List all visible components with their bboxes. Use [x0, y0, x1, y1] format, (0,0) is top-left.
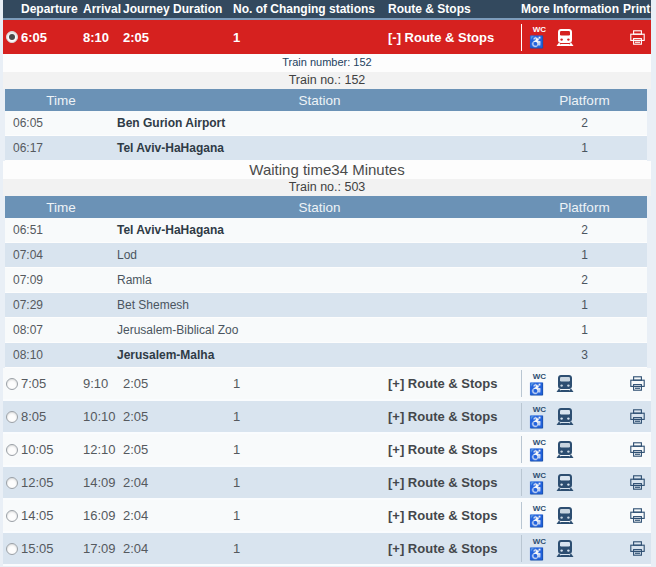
- route-segment: Train no.: 152 Time Station Platform 06:…: [3, 72, 651, 161]
- stop-station: Bet Shemesh: [117, 298, 522, 312]
- train-icon: [556, 440, 574, 459]
- stops-header-time: Time: [5, 200, 117, 215]
- stops-header-station: Station: [117, 200, 522, 215]
- train-icon: [556, 407, 574, 426]
- trip-departure: 10:05: [21, 442, 83, 457]
- stop-platform: 2: [522, 273, 647, 287]
- trip-departure: 12:05: [21, 475, 83, 490]
- stop-platform: 1: [522, 323, 647, 337]
- trip-duration: 2:05: [123, 30, 233, 45]
- accessibility-icon: WC ♿: [529, 373, 546, 395]
- trip-radio[interactable]: [6, 477, 18, 489]
- selected-trip-row[interactable]: 6:05 8:10 2:05 1 [-] Route & Stops WC ♿: [3, 20, 651, 54]
- trip-duration: 2:05: [123, 376, 233, 391]
- accessibility-icon: WC ♿: [529, 505, 546, 527]
- wheelchair-icon: ♿: [529, 383, 544, 395]
- train-icon: [556, 374, 574, 393]
- trip-row[interactable]: 8:05 10:10 2:05 1 [+] Route & Stops WC ♿: [3, 401, 651, 434]
- stop-row: 06:17 Tel Aviv-HaHagana 1: [5, 136, 647, 161]
- route-stops-expand-toggle[interactable]: [+] Route & Stops: [388, 442, 521, 457]
- train-icon: [556, 473, 574, 492]
- accessibility-icon: WC ♿: [529, 472, 546, 494]
- trip-row[interactable]: 12:05 14:09 2:04 1 [+] Route & Stops WC …: [3, 467, 651, 500]
- stop-time: 08:07: [5, 323, 117, 337]
- stops-header-platform: Platform: [522, 200, 647, 215]
- stops-header-station: Station: [117, 93, 522, 108]
- wheelchair-icon: ♿: [529, 416, 544, 428]
- print-icon[interactable]: [630, 30, 645, 45]
- trip-radio[interactable]: [6, 510, 18, 522]
- stop-time: 08:10: [5, 348, 117, 362]
- wheelchair-icon: ♿: [529, 36, 544, 48]
- header-more-information: More Information: [521, 2, 623, 16]
- route-stops-expand-toggle[interactable]: [+] Route & Stops: [388, 376, 521, 391]
- trip-row[interactable]: 14:05 16:09 2:04 1 [+] Route & Stops WC …: [3, 500, 651, 533]
- stop-time: 07:09: [5, 273, 117, 287]
- more-information-cell: WC ♿: [521, 469, 623, 496]
- trip-departure: 15:05: [21, 541, 83, 556]
- train-icon: [556, 506, 574, 525]
- print-icon[interactable]: [630, 541, 645, 556]
- trip-duration: 2:05: [123, 442, 233, 457]
- trip-arrival: 14:09: [83, 475, 123, 490]
- stop-platform: 2: [522, 223, 647, 237]
- route-stops-collapse-toggle[interactable]: [-] Route & Stops: [388, 30, 521, 45]
- more-information-cell: WC ♿: [521, 24, 623, 51]
- print-icon[interactable]: [630, 508, 645, 523]
- more-information-cell: WC ♿: [521, 370, 623, 397]
- wc-label: WC: [533, 505, 546, 513]
- header-changing-stations: No. of Changing stations: [233, 2, 388, 16]
- trip-arrival: 12:10: [83, 442, 123, 457]
- trip-radio[interactable]: [6, 411, 18, 423]
- header-departure: Departure: [21, 2, 83, 16]
- trip-arrival: 16:09: [83, 508, 123, 523]
- route-stops-expand-toggle[interactable]: [+] Route & Stops: [388, 409, 521, 424]
- stop-station: Jerusalem-Malha: [117, 348, 522, 362]
- trip-radio[interactable]: [6, 543, 18, 555]
- stop-row: 08:10 Jerusalem-Malha 3: [5, 343, 647, 368]
- route-stops-expand-toggle[interactable]: [+] Route & Stops: [388, 475, 521, 490]
- wheelchair-icon: ♿: [529, 515, 544, 527]
- trip-changes: 1: [233, 409, 388, 424]
- route-stops-expand-toggle[interactable]: [+] Route & Stops: [388, 508, 521, 523]
- print-icon[interactable]: [630, 409, 645, 424]
- stops-list: 06:51 Tel Aviv-HaHagana 2 07:04 Lod 1 07…: [5, 218, 647, 368]
- train-icon: [556, 539, 574, 558]
- stops-table-header: Time Station Platform: [5, 196, 647, 218]
- trip-radio[interactable]: [6, 378, 18, 390]
- wheelchair-icon: ♿: [529, 548, 544, 560]
- wc-label: WC: [533, 26, 546, 34]
- print-icon[interactable]: [630, 475, 645, 490]
- trip-arrival: 9:10: [83, 376, 123, 391]
- print-icon[interactable]: [630, 376, 645, 391]
- stop-row: 06:51 Tel Aviv-HaHagana 2: [5, 218, 647, 243]
- stop-platform: 3: [522, 348, 647, 362]
- route-stops-expand-toggle[interactable]: [+] Route & Stops: [388, 541, 521, 556]
- stop-station: Tel Aviv-HaHagana: [117, 223, 522, 237]
- trip-changes: 1: [233, 508, 388, 523]
- train-no-label: Train no.: 503: [3, 179, 651, 196]
- header-route-stops: Route & Stops: [388, 2, 521, 16]
- trip-radio[interactable]: [6, 444, 18, 456]
- stop-station: Jerusalem-Biblical Zoo: [117, 323, 522, 337]
- trip-departure: 8:05: [21, 409, 83, 424]
- route-segment: Waiting time34 Minutes Train no.: 503 Ti…: [3, 161, 651, 368]
- stops-table-header: Time Station Platform: [5, 89, 647, 111]
- stop-row: 06:05 Ben Gurion Airport 2: [5, 111, 647, 136]
- trip-duration: 2:04: [123, 541, 233, 556]
- wc-label: WC: [533, 538, 546, 546]
- header-arrival: Arrival: [83, 2, 123, 16]
- route-segments: Train no.: 152 Time Station Platform 06:…: [3, 72, 651, 368]
- trip-changes: 1: [233, 541, 388, 556]
- accessibility-icon: WC ♿: [529, 406, 546, 428]
- header-journey-duration: Journey Duration: [123, 2, 233, 16]
- print-icon[interactable]: [630, 442, 645, 457]
- stop-row: 07:29 Bet Shemesh 1: [5, 293, 647, 318]
- accessibility-icon: WC ♿: [529, 439, 546, 461]
- trip-row[interactable]: 15:05 17:09 2:04 1 [+] Route & Stops WC …: [3, 533, 651, 566]
- trip-row[interactable]: 10:05 12:10 2:05 1 [+] Route & Stops WC …: [3, 434, 651, 467]
- trip-changes: 1: [233, 30, 388, 45]
- stop-platform: 1: [522, 248, 647, 262]
- trip-radio-selected[interactable]: [6, 31, 18, 43]
- trip-row[interactable]: 7:05 9:10 2:05 1 [+] Route & Stops WC ♿: [3, 368, 651, 401]
